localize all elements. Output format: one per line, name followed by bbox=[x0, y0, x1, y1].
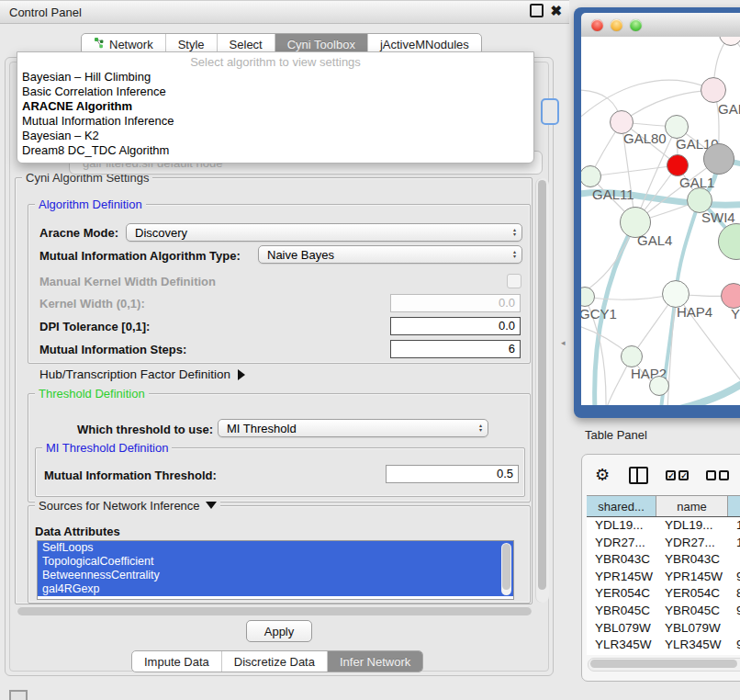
float-window-icon[interactable] bbox=[530, 4, 544, 17]
table-row[interactable]: YBL079WYBL079W bbox=[587, 620, 740, 638]
mi-algorithm-type-label: Mutual Information Algorithm Type: bbox=[39, 249, 241, 263]
tab-label: Discretize Data bbox=[234, 655, 315, 669]
table-cell: 9. bbox=[728, 603, 740, 620]
kernel-width-field[interactable]: 0.0 bbox=[390, 294, 521, 312]
mi-threshold-definition-title: MI Threshold Definition bbox=[42, 441, 172, 455]
table-row[interactable]: YPR145WYPR145W9. bbox=[587, 569, 740, 586]
algorithm-option[interactable]: Mutual Information Inference bbox=[17, 114, 533, 129]
attribute-list-item[interactable]: BetweennessCentrality bbox=[38, 569, 513, 582]
threshold-definition-title: Threshold Definition bbox=[35, 387, 149, 401]
mi-steps-label: Mutual Information Steps: bbox=[39, 343, 186, 356]
algorithm-option[interactable]: Dream8 DC_TDC Algorithm bbox=[17, 143, 533, 158]
tab-infer-network[interactable]: Infer Network bbox=[328, 651, 422, 672]
close-window-icon[interactable] bbox=[591, 19, 603, 31]
corner-widget-icon[interactable] bbox=[9, 690, 28, 700]
algorithm-option[interactable]: Bayesian – K2 bbox=[17, 129, 533, 143]
aracne-mode-combo[interactable]: Discovery ▴▾ bbox=[126, 223, 522, 242]
control-panel-title: Control Panel bbox=[0, 6, 82, 19]
network-node[interactable] bbox=[649, 376, 669, 396]
table-cell: 12 bbox=[728, 535, 740, 552]
algorithm-option[interactable]: ARACNE Algorithm bbox=[17, 99, 533, 114]
zoom-window-icon[interactable] bbox=[630, 19, 642, 31]
network-window-titlebar[interactable] bbox=[581, 13, 740, 37]
select-all-checkboxes-icon[interactable]: ✓✓ bbox=[666, 470, 689, 480]
algorithm-option[interactable]: Basic Correlation Inference bbox=[17, 85, 533, 99]
mi-threshold-field[interactable]: 0.5 bbox=[386, 465, 519, 483]
panel-splitter-handle[interactable]: ◂ bbox=[561, 338, 566, 347]
column-header-1[interactable]: shared... bbox=[587, 496, 656, 516]
table-cell: YER054C bbox=[656, 585, 728, 603]
table-cell: 9. bbox=[728, 654, 740, 655]
dpi-tolerance-field[interactable]: 0.0 bbox=[390, 317, 521, 335]
table-row[interactable]: YBR045CYBR045C9. bbox=[587, 603, 740, 620]
network-icon bbox=[94, 37, 105, 51]
network-node[interactable] bbox=[703, 143, 734, 175]
tab-discretize-data[interactable]: Discretize Data bbox=[222, 651, 328, 672]
node-label: Y bbox=[731, 306, 740, 322]
table-row[interactable]: YDR27...YDR27...12 bbox=[587, 535, 740, 552]
attribute-list-item[interactable]: TopologicalCoefficient bbox=[38, 555, 513, 569]
settings-vertical-scrollbar[interactable] bbox=[535, 178, 549, 603]
tab-label: Network bbox=[109, 38, 153, 51]
sources-title-label: Sources for Network Inference bbox=[39, 499, 200, 513]
network-view-window[interactable]: GALGAL80GAL10GAL1GAL11SWI4GAL4GCY1HAP4YH… bbox=[574, 7, 740, 418]
network-edge[interactable] bbox=[581, 80, 713, 121]
node-table: shared...nameA YDL19...YDL19...13YDR27..… bbox=[587, 495, 740, 655]
node-label: GAL11 bbox=[592, 186, 634, 202]
table-cell: YBR045C bbox=[656, 603, 728, 620]
gear-icon[interactable]: ⚙ bbox=[595, 465, 610, 485]
apply-button[interactable]: Apply bbox=[246, 620, 312, 642]
network-edge[interactable] bbox=[590, 165, 678, 176]
node-label: GCY1 bbox=[581, 306, 617, 322]
column-header-2[interactable]: name bbox=[656, 496, 728, 516]
deselect-all-checkboxes-icon[interactable] bbox=[706, 470, 729, 480]
table-cell: YLR345W bbox=[656, 637, 728, 654]
table-row[interactable]: YDL19...YDL19...13 bbox=[587, 517, 740, 535]
mi-algorithm-type-combo[interactable]: Naive Bayes ▴▾ bbox=[258, 245, 522, 264]
which-threshold-label: Which threshold to use: bbox=[77, 423, 213, 436]
mi-steps-field[interactable]: 6 bbox=[390, 340, 521, 358]
table-cell: YBR045C bbox=[587, 603, 656, 620]
network-edge[interactable] bbox=[668, 356, 740, 405]
network-node-hap2[interactable] bbox=[621, 345, 643, 367]
network-node-gal[interactable] bbox=[701, 77, 726, 103]
table-cell: YIL052C bbox=[587, 654, 656, 655]
table-cell: YDL19... bbox=[587, 517, 656, 535]
table-row[interactable]: YLR345WYLR345W9. bbox=[587, 637, 740, 654]
algorithm-option[interactable]: Bayesian – Hill Climbing bbox=[17, 70, 533, 85]
attribute-list-item[interactable]: gal4RGexp bbox=[38, 582, 513, 596]
settings-horizontal-scrollbar[interactable] bbox=[16, 605, 533, 616]
combo-arrows-icon: ▴▾ bbox=[513, 250, 516, 259]
node-label: GAL80 bbox=[623, 130, 667, 146]
hub-definition-toggle[interactable]: Hub/Transcription Factor Definition bbox=[39, 367, 245, 381]
data-attributes-list[interactable]: SelfLoopsTopologicalCoefficientBetweenne… bbox=[37, 540, 514, 600]
manual-kernel-width-checkbox[interactable] bbox=[507, 274, 521, 288]
table-row[interactable]: YIL052CYIL052C9. bbox=[587, 654, 740, 655]
network-node-gal1[interactable] bbox=[667, 154, 689, 176]
table-header-row[interactable]: shared...nameA bbox=[587, 495, 740, 517]
close-panel-icon[interactable]: ✖ bbox=[550, 4, 562, 17]
node-label: GAL4 bbox=[637, 232, 672, 248]
attribute-list-item[interactable]: SelfLoops bbox=[38, 541, 513, 555]
table-row[interactable]: YBR043CYBR043C bbox=[587, 551, 740, 569]
table-row[interactable]: YER054CYER054C8. bbox=[587, 585, 740, 603]
table-cell: 13 bbox=[728, 517, 740, 535]
mi-threshold-label: Mutual Information Threshold: bbox=[44, 469, 217, 482]
table-cell: YBR043C bbox=[587, 551, 656, 569]
tab-impute-data[interactable]: Impute Data bbox=[132, 651, 222, 672]
column-header-3[interactable]: A bbox=[728, 496, 740, 516]
table-horizontal-scrollbar[interactable] bbox=[588, 658, 740, 672]
network-canvas[interactable]: GALGAL80GAL10GAL1GAL11SWI4GAL4GCY1HAP4YH… bbox=[581, 37, 740, 405]
network-node-y[interactable] bbox=[721, 283, 740, 309]
minimize-window-icon[interactable] bbox=[611, 19, 622, 31]
tab-label: Select bbox=[230, 38, 263, 51]
which-threshold-combo[interactable]: MI Threshold ▴▾ bbox=[218, 419, 488, 437]
columns-icon[interactable] bbox=[629, 467, 648, 484]
attributes-list-scrollbar[interactable] bbox=[501, 543, 511, 595]
node-label: SWI4 bbox=[701, 209, 735, 225]
combo-arrows-icon: ▴▾ bbox=[479, 423, 482, 433]
inference-algorithm-combo-fragment[interactable] bbox=[541, 98, 559, 125]
control-panel-titlebar: Control Panel ✖ bbox=[0, 0, 569, 24]
table-cell: YPR145W bbox=[656, 569, 728, 586]
sources-group-title[interactable]: Sources for Network Inference bbox=[35, 499, 220, 513]
